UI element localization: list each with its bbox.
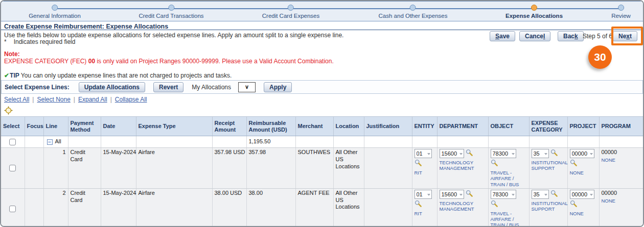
row-1-project-input[interactable]	[570, 149, 594, 158]
train-step-credit-card-transactions: Credit Card Transactions	[139, 3, 203, 19]
row-1-reimbursable-amount: 357.98	[246, 148, 295, 189]
select-expense-lines-toolbar: Select Expense Lines: Update Allocations…	[1, 80, 643, 94]
row-1-justification	[364, 148, 412, 189]
revert-button[interactable]: Revert	[153, 82, 183, 92]
row-1-department-input[interactable]	[440, 149, 464, 158]
row-2-payment-method: Credit Card	[68, 188, 101, 227]
header-focus: Focus	[25, 117, 43, 136]
title-divider	[1, 30, 643, 30]
row-1-object-description: TRAVEL - AIRFARE / TRAIN / BUS	[491, 170, 527, 187]
row-1-expense-category-lov-torch-icon[interactable]	[550, 149, 558, 159]
update-allocations-button[interactable]: Update Allocations	[79, 82, 145, 92]
row-2-expense-type: Airfare	[136, 188, 212, 227]
row-2-department-description: TECHNOLOGY MANAGEMENT	[440, 200, 486, 212]
row-2-project-description: NONE	[570, 211, 597, 216]
header-receipt-amount: Receipt Amount	[212, 117, 246, 136]
tip-text: You can only update expense lines that a…	[19, 72, 232, 79]
row-2-project-lov-torch-icon[interactable]	[570, 200, 597, 210]
tip-message: ✔TIP You can only update expense lines t…	[4, 72, 232, 79]
row-1-object-lov-torch-icon[interactable]	[491, 159, 527, 169]
header-entity: ENTITY	[412, 117, 437, 136]
back-button[interactable]: Back	[558, 31, 584, 41]
row-1-date: 15-May-2024	[101, 148, 136, 189]
row-2-department-input[interactable]	[440, 190, 464, 199]
train-step-dot	[168, 5, 174, 11]
header-date: Date	[101, 117, 136, 136]
summary-focus-cell	[25, 136, 43, 148]
train-step-review: Review	[611, 3, 631, 19]
train-step-expense-allocations-current: Expense Allocations	[505, 3, 563, 19]
row-2-justification	[364, 188, 412, 227]
summary-reimbursable-total: 1,195.50	[246, 136, 295, 148]
row-2-date: 15-May-2024	[101, 188, 136, 227]
link-separator: |	[32, 96, 34, 103]
train-step-label: Cash and Other Expenses	[379, 13, 448, 19]
select-all-rows-checkbox[interactable]	[9, 139, 16, 145]
row-1-entity-input[interactable]	[415, 149, 432, 158]
train-step-dot-current	[531, 5, 537, 11]
train-step-dot	[618, 5, 624, 11]
row-1-select-checkbox[interactable]	[9, 165, 16, 171]
summary-line-label: All	[55, 138, 61, 145]
next-button[interactable]: Next	[613, 31, 637, 41]
row-2-select-checkbox[interactable]	[9, 206, 16, 212]
link-separator: |	[110, 96, 112, 103]
row-2-entity-lov-torch-icon[interactable]	[415, 200, 435, 210]
header-payment-method: Payment Method	[68, 117, 101, 136]
train-step-label: Review	[611, 13, 631, 19]
step-indicator: Step 5 of 6	[583, 33, 612, 40]
header-line: Line	[43, 117, 68, 136]
row-1-expense-category-input[interactable]	[532, 149, 549, 158]
row-2-expense-category-input[interactable]	[532, 190, 549, 199]
header-project: PROJECT	[567, 117, 599, 136]
expand-all-link[interactable]: Expand All	[78, 96, 107, 103]
row-1-expense-type: Airfare	[136, 148, 212, 189]
row-1-location: All Other US Locations	[333, 148, 364, 189]
train-step-cash-and-other-expenses: Cash and Other Expenses	[379, 3, 448, 19]
row-2-project-input[interactable]	[570, 190, 594, 199]
row-1-expense-category-description: INSTITUTIONAL SUPPORT	[532, 160, 565, 171]
expense-allocations-page: General Information Credit Card Transact…	[0, 0, 644, 227]
row-1-department-lov-torch-icon[interactable]	[466, 149, 473, 159]
train-step-label: Expense Allocations	[505, 13, 563, 19]
row-1-program-description: NONE	[602, 157, 641, 163]
link-separator: |	[74, 96, 75, 103]
train-step-label: General Information	[29, 13, 81, 19]
select-all-link[interactable]: Select All	[4, 96, 29, 103]
row-1-entity-description: RIT	[415, 170, 435, 175]
note-label: Note:	[4, 51, 20, 58]
row-1-merchant: SOUTHWES	[295, 148, 333, 189]
collapse-all-link[interactable]: Collapse All	[115, 96, 147, 103]
save-button[interactable]: Save	[490, 31, 515, 41]
my-allocations-dropdown[interactable]: ∨	[238, 82, 256, 92]
header-expense-category: EXPENSE CATEGORY	[529, 117, 567, 136]
row-1-project-description: NONE	[570, 170, 597, 175]
train-step-dot	[52, 5, 58, 11]
train-step-label: Credit Card Transactions	[139, 13, 203, 19]
row-2-department-lov-torch-icon[interactable]	[466, 190, 473, 199]
row-2-entity-input[interactable]	[415, 190, 432, 199]
cancel-button[interactable]: Cancel	[519, 31, 550, 41]
row-2-program-description: NONE	[602, 198, 641, 204]
expense-line-row-2: 2 Credit Card 15-May-2024 Airfare 38.00 …	[1, 188, 643, 227]
header-select: Select	[1, 117, 25, 136]
select-none-link[interactable]: Select None	[37, 96, 70, 103]
apply-button[interactable]: Apply	[264, 82, 292, 92]
row-1-project-lov-torch-icon[interactable]	[570, 159, 597, 169]
row-1-entity-lov-torch-icon[interactable]	[415, 159, 435, 169]
progress-train: General Information Credit Card Transact…	[1, 1, 643, 21]
row-2-object-input[interactable]	[491, 190, 516, 199]
tip-label: TIP	[10, 72, 19, 79]
row-2-expense-category-description: INSTITUTIONAL SUPPORT	[532, 200, 565, 212]
train-step-general-information: General Information	[29, 3, 81, 19]
toolbar-label: Select Expense Lines:	[5, 84, 70, 91]
row-2-entity-description: RIT	[415, 211, 435, 216]
row-1-object-input[interactable]	[491, 149, 516, 158]
row-2-object-lov-torch-icon[interactable]	[491, 200, 527, 210]
row-2-expense-category-lov-torch-icon[interactable]	[550, 190, 558, 199]
row-2-object-description: TRAVEL - AIRFARE / TRAIN / BUS	[491, 211, 527, 227]
required-field-note: *Indicates required field	[4, 38, 75, 45]
row-2-receipt-amount: 38.00 USD	[212, 188, 246, 227]
collapse-icon[interactable]: −	[47, 139, 53, 145]
expense-lines-table: Select Focus Line Payment Method Date Ex…	[1, 116, 643, 227]
